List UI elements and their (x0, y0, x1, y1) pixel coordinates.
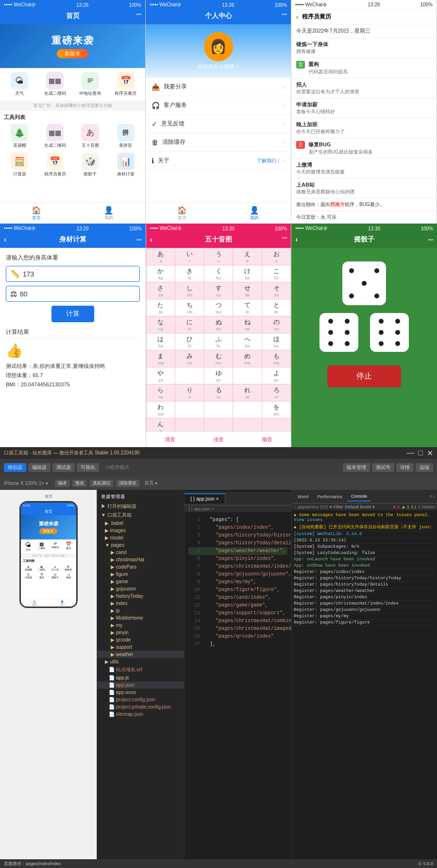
p-tool-1[interactable]: 🎄圣诞帽 (22, 564, 35, 572)
tree-mobilehome[interactable]: ▶ MobileHome (97, 614, 184, 622)
nav-home[interactable]: 🏠 首页 (0, 203, 73, 224)
tree-pinyin[interactable]: ▶ pinyin (97, 629, 184, 636)
tree-christmashat[interactable]: ▶ christmasHat (97, 556, 184, 563)
cell-re[interactable]: れre (233, 384, 262, 401)
cell-ku[interactable]: くku (204, 265, 233, 282)
cell-n[interactable]: んn (146, 418, 175, 433)
tree-pages[interactable]: ▼ pages (97, 541, 184, 549)
cell-ta[interactable]: たta (146, 299, 175, 316)
cell-ha[interactable]: はha (146, 333, 175, 350)
cell-u[interactable]: うu (204, 248, 233, 265)
cell-mi[interactable]: みmi (175, 350, 204, 367)
cell-mu[interactable]: むmu (204, 350, 233, 367)
cell-o[interactable]: おo (262, 248, 291, 265)
dice-back-btn[interactable]: ‹ (295, 235, 298, 244)
cell-wa[interactable]: わwa (146, 401, 175, 418)
nav-home2[interactable]: 🏠 首页 (146, 203, 218, 224)
tree-images[interactable]: ▶ images (97, 527, 184, 534)
cell-e[interactable]: えe (233, 248, 262, 265)
height-input[interactable] (23, 270, 135, 278)
tree-projectconfig[interactable]: 📄 project.config.json (97, 696, 184, 703)
cell-ra[interactable]: らra (146, 384, 175, 401)
cell-na[interactable]: なna (146, 316, 175, 333)
cell-yu[interactable]: ゆyu (204, 367, 233, 384)
tab-wxml[interactable]: Wxml (294, 492, 313, 501)
menu-clear[interactable]: 🗑 清除缓存 › (146, 133, 291, 152)
cell-ke[interactable]: けke (233, 265, 262, 282)
weight-input-row[interactable]: ⚖ (6, 286, 140, 302)
tab-performance[interactable]: Performance (314, 492, 347, 501)
minimize-btn[interactable]: — (406, 449, 414, 458)
btn-aoyin[interactable]: 拗音 (243, 432, 291, 447)
tree-utils[interactable]: ▶ utils (97, 658, 184, 665)
cell-chi[interactable]: ちchi (175, 299, 204, 316)
tree-root[interactable]: ▼ 口袋工具箱 (97, 511, 184, 520)
cell-to[interactable]: とto (262, 299, 291, 316)
calc-button[interactable]: 计算 (51, 306, 94, 322)
p-tool-7[interactable]: 🎲摇骰子 (49, 572, 62, 580)
menu-feedback[interactable]: ✓ 意见反馈 › (146, 115, 291, 133)
icon-resume[interactable]: 📅 程序员黄历 (114, 72, 138, 97)
tool-huangli[interactable]: 📅 程序员黄历 (37, 151, 73, 179)
p-icon-weather[interactable]: 🌤 天气 (25, 541, 31, 551)
menu-service[interactable]: 🎧 客户服务 › (146, 96, 291, 115)
btn-compile[interactable]: 编译 (55, 480, 69, 487)
btn-simulator[interactable]: 模拟器 (4, 463, 26, 472)
height-input-row[interactable]: 📏 (6, 266, 140, 282)
p-nav-mine[interactable]: 👤我的 (49, 599, 76, 607)
tree-babel[interactable]: ▶ .babel (97, 520, 184, 527)
btn-detail[interactable]: 详情 (396, 463, 414, 472)
cell-a[interactable]: あa (146, 248, 175, 265)
cell-nu[interactable]: ぬnu (204, 316, 233, 333)
stop-button[interactable]: 停止 (327, 365, 401, 387)
cell-se[interactable]: せse (233, 282, 262, 299)
cell-me[interactable]: めme (233, 350, 262, 367)
p-nav-home[interactable]: 🏠首页 (21, 599, 49, 607)
p-tool-6[interactable]: 📅黄历 (35, 572, 49, 580)
menu-share[interactable]: 📤 我要分享 › (146, 78, 291, 96)
cell-tsu[interactable]: つtsu (204, 299, 233, 316)
btn-debugger[interactable]: 调试器 (52, 463, 75, 472)
tree-appjson[interactable]: 📄 app.json (97, 681, 184, 689)
tree-figure[interactable]: ▶ figure (97, 571, 184, 578)
btn-preview[interactable]: 预览 (72, 480, 87, 487)
tool-xmas[interactable]: 🎄 圣诞帽 (2, 122, 37, 151)
tree-projectprivate[interactable]: 📄 project.private.config.json (97, 703, 184, 711)
cell-ni[interactable]: にni (175, 316, 204, 333)
btn-real-debug[interactable]: 真机调试 (90, 480, 113, 487)
pinyin-back-btn[interactable]: ‹ (150, 235, 152, 244)
btn-editor[interactable]: 编辑器 (28, 463, 50, 472)
cell-yo[interactable]: よyo (262, 367, 291, 384)
p-tool-5[interactable]: 🧮计算器 (22, 572, 35, 580)
tree-my[interactable]: ▶ my (97, 622, 184, 629)
cell-i[interactable]: いi (175, 248, 204, 265)
tab-console[interactable]: Console (347, 492, 371, 502)
tool-pinyin[interactable]: 拼 查拼音 (108, 122, 143, 151)
cell-te[interactable]: てte (233, 299, 262, 316)
cell-shi[interactable]: しshi (175, 282, 204, 299)
btn-visual[interactable]: 可视化 (77, 463, 99, 472)
btn-clear-cache[interactable]: 清除缓存 (116, 480, 139, 487)
btn-test[interactable]: 测试号 (372, 463, 394, 472)
close-btn[interactable]: ✕ (427, 449, 433, 458)
banner-btn[interactable]: 新版本 (57, 49, 88, 58)
tree-open-editors[interactable]: ▶ 打开的编辑器 (97, 502, 184, 511)
cell-ko[interactable]: こko (262, 265, 291, 282)
cell-wo[interactable]: をwo (262, 401, 291, 418)
tool-bmi[interactable]: 📊 身材计算 (108, 151, 143, 179)
cell-mo[interactable]: もmo (262, 350, 291, 367)
tree-sitemap[interactable]: 📄 sitemap.json (97, 711, 184, 718)
tool-gojuon[interactable]: あ 五十音图 (73, 122, 108, 151)
tree-historytoday[interactable]: ▶ historyToday (97, 592, 184, 600)
cell-ma[interactable]: まma (146, 350, 175, 367)
tree-weather[interactable]: ▶ weather (97, 651, 184, 658)
icon-qr[interactable]: ▦▦ 生成二维码 (43, 72, 67, 97)
p-icon-qr[interactable]: ▦ 二维码 (38, 541, 45, 551)
p-icon-ip[interactable]: IP IP查询 (52, 541, 59, 551)
p-icon-resume[interactable]: 📅 黄历 (66, 541, 71, 551)
weight-input[interactable] (20, 290, 135, 298)
icon-ip[interactable]: IP IP地址查询 (78, 72, 102, 97)
tree-ip[interactable]: ▶ ip (97, 607, 184, 614)
cell-hi[interactable]: ひhi (175, 333, 204, 350)
cell-sa[interactable]: さsa (146, 282, 175, 299)
